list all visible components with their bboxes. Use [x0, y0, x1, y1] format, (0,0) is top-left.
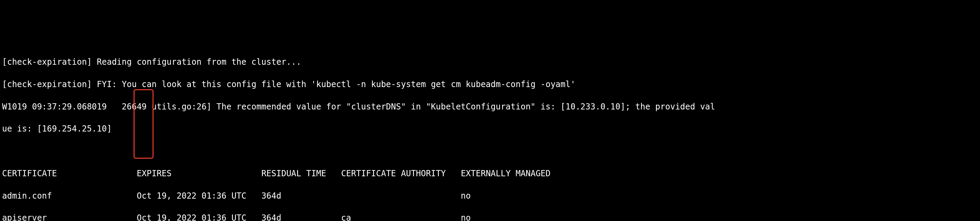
- log-line: [check-expiration] Reading configuration…: [2, 57, 978, 68]
- cert-row: apiserver Oct 19, 2022 01:36 UTC 364d ca…: [2, 212, 978, 221]
- cert-table-header: CERTIFICATE EXPIRES RESIDUAL TIME CERTIF…: [2, 168, 978, 179]
- log-line: W1019 09:37:29.068019 26649 utils.go:26]…: [2, 101, 978, 112]
- log-line: ue is: [169.254.25.10]: [2, 123, 978, 134]
- blank-line: [2, 145, 978, 156]
- terminal-output: [check-expiration] Reading configuration…: [2, 46, 978, 221]
- log-line: [check-expiration] FYI: You can look at …: [2, 79, 978, 90]
- cert-row: admin.conf Oct 19, 2022 01:36 UTC 364d n…: [2, 190, 978, 201]
